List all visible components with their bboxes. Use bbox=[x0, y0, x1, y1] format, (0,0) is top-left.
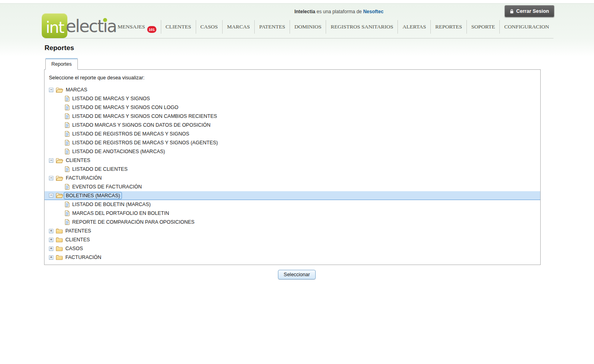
logo-rest-text: electia bbox=[66, 16, 116, 36]
document-icon bbox=[65, 95, 70, 102]
document-icon bbox=[65, 184, 70, 190]
message-count-badge: 101 bbox=[147, 26, 156, 33]
nav-item-alertas[interactable]: ALERTAS bbox=[397, 20, 430, 34]
platform-middle-text: es una plataforma de bbox=[316, 9, 362, 14]
logout-label: Cerrar Sesion bbox=[516, 8, 549, 14]
nav-item-casos[interactable]: CASOS bbox=[196, 20, 223, 34]
nav-item-patentes[interactable]: PATENTES bbox=[254, 20, 290, 34]
document-icon bbox=[65, 210, 70, 216]
tree-report-listado-de-anotaciones-marcas-[interactable]: LISTADO DE ANOTACIONES (MARCAS) bbox=[45, 147, 540, 156]
nav-item-label: SOPORTE bbox=[471, 24, 495, 30]
lock-icon bbox=[510, 9, 514, 14]
nav-item-soporte[interactable]: SOPORTE bbox=[466, 20, 499, 34]
tree-folder-facturaci-n[interactable]: + FACTURACIÓN bbox=[45, 253, 540, 262]
tree-item-label: CLIENTES bbox=[66, 158, 90, 163]
tree-item-label: FACTURACIÓN bbox=[65, 255, 101, 260]
tree-item-label: LISTADO DE REGISTROS DE MARCAS Y SIGNOS … bbox=[72, 140, 218, 146]
tree-folder-marcas[interactable]: − MARCAS bbox=[45, 85, 540, 94]
reports-tree: − MARCAS LISTADO DE MARCAS Y SIGNOS LIST… bbox=[45, 85, 540, 262]
document-icon bbox=[65, 219, 70, 225]
folder-open-icon bbox=[56, 158, 63, 164]
folder-open-icon bbox=[56, 175, 63, 181]
folder-open-icon bbox=[56, 192, 63, 198]
tree-item-label: REPORTE DE COMPARACIÓN PARA OPOSICIONES bbox=[72, 219, 195, 225]
nav-item-configuracion[interactable]: CONFIGURACION bbox=[499, 20, 553, 34]
folder-closed-icon bbox=[56, 255, 63, 261]
tree-folder-patentes[interactable]: + PATENTES bbox=[45, 226, 540, 235]
tree-report-listado-de-marcas-y-signos-con-cambios-recientes[interactable]: LISTADO DE MARCAS Y SIGNOS CON CAMBIOS R… bbox=[45, 112, 540, 121]
tree-item-label: BOLETINES (MARCAS) bbox=[64, 192, 122, 199]
tab-strip: Reportes bbox=[44, 58, 549, 69]
tree-item-label: LISTADO DE MARCAS Y SIGNOS CON LOGO bbox=[72, 105, 178, 110]
nav-item-dominios[interactable]: DOMINIOS bbox=[290, 20, 326, 34]
nav-item-mensajes[interactable]: MENSAJES 101 bbox=[113, 20, 161, 34]
nav-item-reportes[interactable]: REPORTES bbox=[430, 20, 466, 34]
nav-item-label: CONFIGURACION bbox=[504, 24, 549, 30]
tree-report-reporte-de-comparaci-n-para-oposiciones[interactable]: REPORTE DE COMPARACIÓN PARA OPOSICIONES bbox=[45, 218, 540, 226]
tree-folder-facturaci-n[interactable]: − FACTURACIÓN bbox=[45, 174, 540, 182]
nav-item-label: ALERTAS bbox=[402, 24, 426, 30]
expand-toggle-icon[interactable]: + bbox=[49, 247, 53, 251]
nav-item-registros-sanitarios[interactable]: REGISTROS SANITARIOS bbox=[326, 20, 397, 34]
document-icon bbox=[65, 201, 70, 208]
nav-item-label: REGISTROS SANITARIOS bbox=[330, 24, 393, 30]
header: Intelectia es una plataforma de Nesoftec… bbox=[0, 0, 594, 38]
document-icon bbox=[65, 148, 70, 155]
provider-link[interactable]: Nesoftec bbox=[363, 9, 383, 14]
document-icon bbox=[65, 140, 70, 146]
tree-item-label: CASOS bbox=[65, 246, 83, 251]
collapse-toggle-icon[interactable]: − bbox=[49, 193, 53, 198]
tree-item-label: LISTADO DE ANOTACIONES (MARCAS) bbox=[72, 149, 165, 154]
folder-closed-icon bbox=[56, 246, 63, 252]
folder-open-icon bbox=[56, 87, 63, 93]
tree-report-listado-marcas-y-signos-con-datos-de-oposici-n[interactable]: LISTADO MARCAS Y SIGNOS CON DATOS DE OPO… bbox=[45, 121, 540, 129]
tree-item-label: FACTURACIÓN bbox=[66, 175, 102, 181]
nav-item-label: MARCAS bbox=[227, 24, 250, 30]
nav-item-marcas[interactable]: MARCAS bbox=[222, 20, 254, 34]
expand-toggle-icon[interactable]: + bbox=[49, 238, 53, 242]
tree-item-label: PATENTES bbox=[65, 228, 91, 234]
document-icon bbox=[65, 122, 70, 128]
expand-toggle-icon[interactable]: + bbox=[49, 229, 53, 233]
collapse-toggle-icon[interactable]: − bbox=[49, 158, 53, 163]
platform-note: Intelectia es una plataforma de Nesoftec bbox=[294, 9, 383, 14]
nav-item-label: CLIENTES bbox=[166, 24, 191, 30]
tree-item-label: LISTADO DE BOLETIN (MARCAS) bbox=[72, 202, 151, 207]
tree-folder-clientes[interactable]: − CLIENTES bbox=[45, 156, 540, 165]
tree-report-listado-de-clientes[interactable]: LISTADO DE CLIENTES bbox=[45, 165, 540, 174]
nav-item-label: REPORTES bbox=[435, 24, 462, 30]
tree-report-listado-de-registros-de-marcas-y-signos-agentes-[interactable]: LISTADO DE REGISTROS DE MARCAS Y SIGNOS … bbox=[45, 138, 540, 147]
logo-dot-icon bbox=[103, 18, 107, 22]
seleccionar-button[interactable]: Seleccionar bbox=[278, 270, 315, 279]
tree-report-listado-de-boletin-marcas-[interactable]: LISTADO DE BOLETIN (MARCAS) bbox=[45, 200, 540, 209]
tree-report-eventos-de-facturaci-n[interactable]: EVENTOS DE FACTURACIÓN bbox=[45, 182, 540, 191]
platform-brand: Intelectia bbox=[294, 9, 315, 14]
tree-folder-boletines-marcas-[interactable]: − BOLETINES (MARCAS) bbox=[45, 191, 540, 200]
tree-folder-clientes[interactable]: + CLIENTES bbox=[45, 235, 540, 244]
tab-reportes[interactable]: Reportes bbox=[45, 58, 78, 70]
main-nav: MENSAJES 101 CLIENTES CASOS MARCAS PATEN… bbox=[113, 20, 553, 34]
tree-item-label: LISTADO MARCAS Y SIGNOS CON DATOS DE OPO… bbox=[72, 122, 211, 128]
tree-item-label: EVENTOS DE FACTURACIÓN bbox=[72, 184, 142, 190]
nav-item-clientes[interactable]: CLIENTES bbox=[161, 20, 196, 34]
tree-report-listado-de-registros-de-marcas-y-signos[interactable]: LISTADO DE REGISTROS DE MARCAS Y SIGNOS bbox=[45, 129, 540, 138]
reports-panel: Seleccione el reporte que desea visualiz… bbox=[44, 69, 541, 265]
tree-folder-casos[interactable]: + CASOS bbox=[45, 244, 540, 253]
folder-closed-icon bbox=[56, 228, 63, 234]
intelectia-logo[interactable]: int electia bbox=[42, 13, 106, 38]
logo-boxed-text: int bbox=[46, 18, 64, 36]
tree-item-label: MARCAS DEL PORTAFOLIO EN BOLETIN bbox=[72, 210, 169, 216]
tree-item-label: LISTADO DE REGISTROS DE MARCAS Y SIGNOS bbox=[72, 131, 189, 137]
logout-button[interactable]: Cerrar Sesion bbox=[505, 5, 554, 17]
main-area: Reportes Reportes Seleccione el reporte … bbox=[0, 38, 594, 364]
document-icon bbox=[65, 166, 70, 172]
document-icon bbox=[65, 104, 70, 111]
expand-toggle-icon[interactable]: + bbox=[49, 255, 53, 260]
collapse-toggle-icon[interactable]: − bbox=[49, 88, 53, 92]
tree-report-listado-de-marcas-y-signos[interactable]: LISTADO DE MARCAS Y SIGNOS bbox=[45, 94, 540, 103]
collapse-toggle-icon[interactable]: − bbox=[49, 176, 53, 180]
tree-report-marcas-del-portafolio-en-boletin[interactable]: MARCAS DEL PORTAFOLIO EN BOLETIN bbox=[45, 209, 540, 218]
nav-item-label: DOMINIOS bbox=[294, 24, 322, 30]
button-row: Seleccionar bbox=[44, 270, 549, 279]
tree-report-listado-de-marcas-y-signos-con-logo[interactable]: LISTADO DE MARCAS Y SIGNOS CON LOGO bbox=[45, 103, 540, 112]
